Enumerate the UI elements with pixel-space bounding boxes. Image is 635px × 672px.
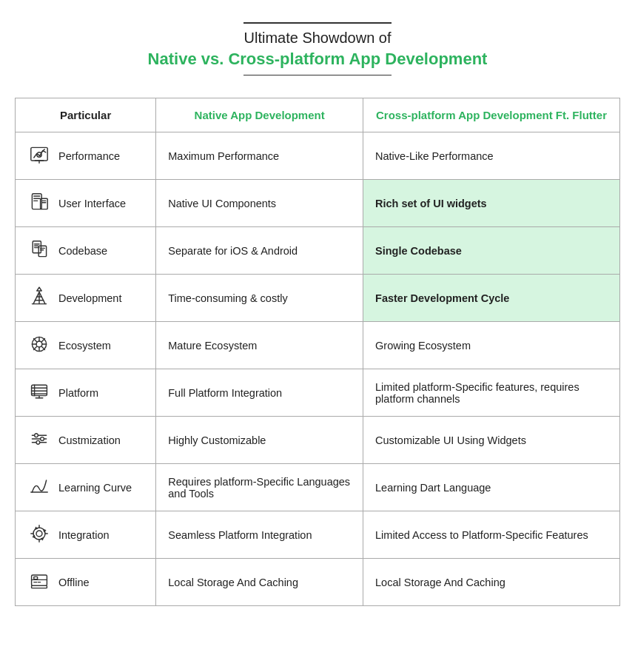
cell-native-offline: Local Storage And Caching <box>156 559 363 606</box>
particular-label: Custmization <box>58 434 121 446</box>
cell-particular-learning-curve: Learning Curve <box>16 464 156 511</box>
table-row-learning-curve: Learning Curve Requires platform-Specifi… <box>16 464 620 511</box>
svg-point-48 <box>36 440 40 444</box>
table-row-development: Development Time-consuming & costlyFaste… <box>16 275 620 322</box>
page-wrapper: Ultimate Showdown of Native vs. Cross-pl… <box>15 22 620 606</box>
svg-rect-16 <box>38 246 46 256</box>
cell-cross-ecosystem: Growing Ecosystem <box>363 322 620 369</box>
svg-point-27 <box>36 341 42 347</box>
particular-label: Integration <box>58 529 110 541</box>
development-icon <box>27 285 51 311</box>
cell-native-platform: Full Platform Integration <box>156 369 363 417</box>
cell-particular-integration: Integration <box>16 511 156 559</box>
cell-native-customization: Highly Customizable <box>156 417 363 464</box>
cell-native-learning-curve: Requires platform-Specific Languages and… <box>156 464 363 511</box>
comparison-table: Particular Native App Development Cross-… <box>15 98 620 606</box>
cell-native-codebase: Separate for iOS & Android <box>156 227 363 275</box>
cell-cross-learning-curve: Learning Dart Language <box>363 464 620 511</box>
table-row-offline: Offline Local Storage And CachingLocal S… <box>16 559 620 606</box>
col-header-native: Native App Development <box>156 98 363 132</box>
particular-label: Platform <box>58 387 98 399</box>
svg-line-32 <box>34 339 37 342</box>
cell-particular-ecosystem: Ecosystem <box>16 322 156 369</box>
ecosystem-icon <box>27 332 51 358</box>
cell-cross-user-interface: Rich set of UI widgets <box>363 180 620 227</box>
header-line-bottom <box>243 75 392 76</box>
svg-point-46 <box>35 434 38 437</box>
customization-icon <box>27 427 51 453</box>
cell-cross-platform: Limited platform-Specific features, requ… <box>363 369 620 417</box>
ui-icon <box>27 190 51 216</box>
cell-particular-development: Development <box>16 275 156 322</box>
cell-cross-codebase: Single Codebase <box>363 227 620 275</box>
table-header-row: Particular Native App Development Cross-… <box>16 98 620 132</box>
particular-label: User Interface <box>58 198 126 209</box>
cell-cross-customization: Customizable UI Using Widgets <box>363 417 620 464</box>
col-header-particular: Particular <box>16 98 156 132</box>
header-title-bottom: Native vs. Cross-platform App Developmen… <box>148 50 488 69</box>
table-row-user-interface: User Interface Native UI ComponentsRich … <box>16 180 620 227</box>
svg-point-51 <box>36 531 42 537</box>
codebase-icon <box>27 238 51 263</box>
cell-cross-performance: Native-Like Performance <box>363 132 620 180</box>
svg-point-47 <box>41 437 44 441</box>
cell-particular-codebase: Codebase <box>16 227 156 275</box>
table-row-performance: Performance Maximum PerformanceNative-Li… <box>16 132 620 180</box>
svg-rect-61 <box>32 585 47 588</box>
svg-line-33 <box>42 347 45 350</box>
cell-particular-performance: Performance <box>16 132 156 180</box>
header-line-top <box>243 22 392 24</box>
svg-marker-25 <box>37 287 41 291</box>
learning-icon <box>27 474 51 500</box>
platform-icon <box>27 380 51 406</box>
cell-particular-customization: Custmization <box>16 417 156 464</box>
particular-label: Learning Curve <box>58 482 132 494</box>
cell-cross-offline: Local Storage And Caching <box>363 559 620 606</box>
cell-native-integration: Seamless Platform Integration <box>156 511 363 559</box>
offline-icon <box>27 569 51 595</box>
cell-native-performance: Maximum Performance <box>156 132 363 180</box>
svg-line-20 <box>33 292 39 304</box>
header-title-top: Ultimate Showdown of <box>148 30 488 47</box>
particular-label: Development <box>58 292 121 304</box>
particular-label: Performance <box>58 150 120 162</box>
table-row-platform: Platform Full Platform IntegrationLimite… <box>16 369 620 417</box>
svg-rect-12 <box>33 241 41 253</box>
cell-cross-integration: Limited Access to Platform-Specific Feat… <box>363 511 620 559</box>
performance-icon <box>27 143 51 169</box>
svg-line-34 <box>42 339 45 342</box>
cell-particular-platform: Platform <box>16 369 156 417</box>
cell-native-ecosystem: Mature Ecosystem <box>156 322 363 369</box>
svg-rect-58 <box>34 577 38 579</box>
table-row-customization: Custmization Highly CustomizableCustomiz… <box>16 417 620 464</box>
cell-cross-development: Faster Development Cycle <box>363 275 620 322</box>
particular-label: Ecosystem <box>58 340 111 352</box>
particular-label: Offline <box>58 577 90 588</box>
cell-particular-offline: Offline <box>16 559 156 606</box>
table-row-codebase: Codebase Separate for iOS & AndroidSingl… <box>16 227 620 275</box>
table-row-ecosystem: Ecosystem Mature EcosystemGrowing Ecosys… <box>16 322 620 369</box>
integration-icon <box>27 522 51 548</box>
col-header-cross: Cross-platform App Development Ft. Flutt… <box>363 98 620 132</box>
svg-line-21 <box>39 292 45 304</box>
svg-line-35 <box>34 347 37 350</box>
cell-native-user-interface: Native UI Components <box>156 180 363 227</box>
particular-label: Codebase <box>58 245 107 257</box>
header: Ultimate Showdown of Native vs. Cross-pl… <box>148 22 488 75</box>
cell-native-development: Time-consuming & costly <box>156 275 363 322</box>
table-row-integration: Integration Seamless Platform Integratio… <box>16 511 620 559</box>
cell-particular-user-interface: User Interface <box>16 180 156 227</box>
